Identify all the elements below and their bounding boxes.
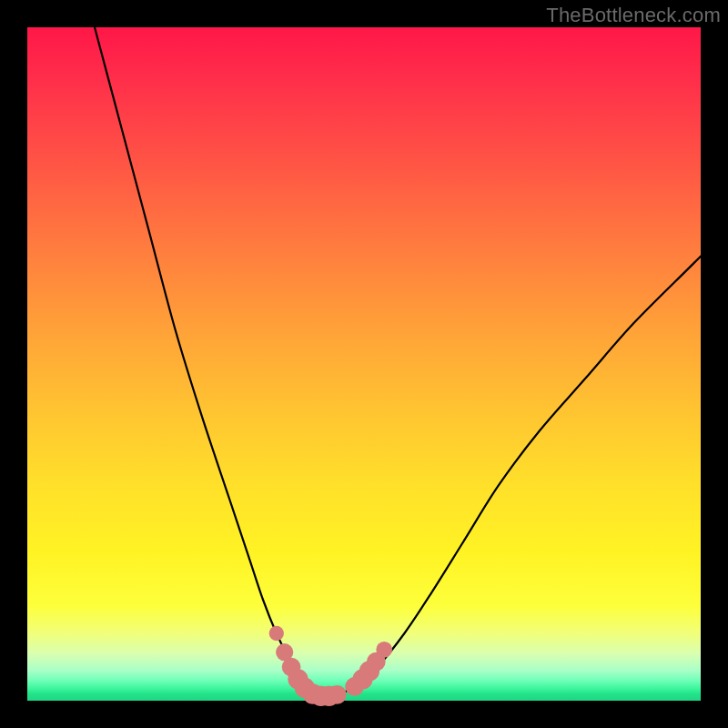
marker-dot xyxy=(376,642,392,658)
watermark-text: TheBottleneck.com xyxy=(546,4,721,27)
marker-dot xyxy=(328,685,347,704)
marker-group xyxy=(269,626,392,706)
bottleneck-curve xyxy=(95,27,701,697)
chart-frame: TheBottleneck.com xyxy=(0,0,728,728)
chart-svg xyxy=(27,27,701,701)
marker-dot xyxy=(269,626,284,641)
